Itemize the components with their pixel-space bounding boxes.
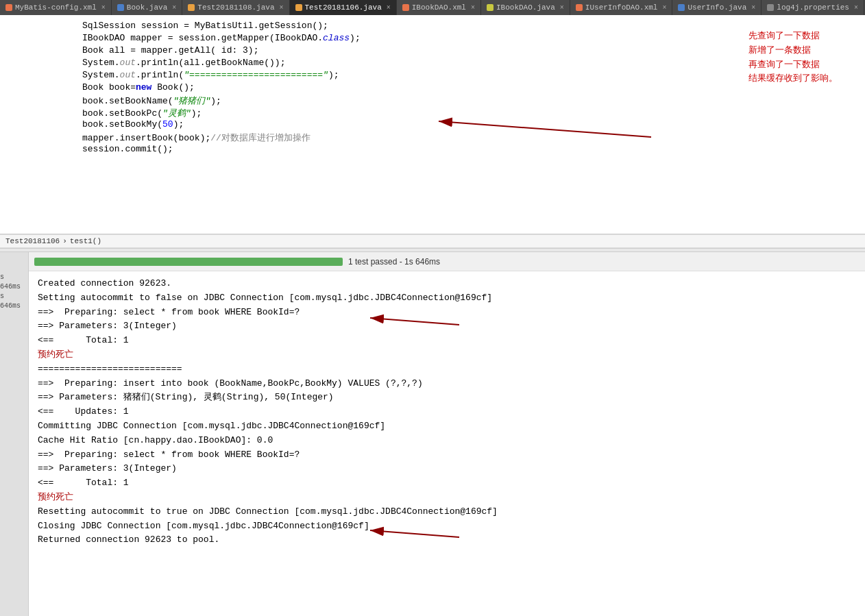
- console-line-11: Committing JDBC Connection [com.mysql.jd…: [38, 419, 860, 434]
- tab-iuserinfodao-xml[interactable]: IUserInfoDAO.xml ×: [570, 0, 673, 15]
- xml-icon: [576, 4, 583, 11]
- close-icon[interactable]: ×: [172, 4, 176, 12]
- bottom-panel: s 646ms s 646ms 1 test passed - 1s 646ms: [0, 252, 865, 616]
- java-icon: [117, 4, 124, 11]
- close-icon[interactable]: ×: [854, 4, 858, 12]
- console-line-7: ===========================: [38, 362, 860, 377]
- close-icon[interactable]: ×: [471, 4, 475, 12]
- code-line-4: System.out.println(all.getBookName());: [41, 58, 865, 70]
- code-line-3: Book all = mapper.getAll( id: 3);: [41, 45, 865, 58]
- tab-label: Test20181108.java: [197, 3, 274, 12]
- console-line-15: <== Total: 1: [38, 476, 860, 491]
- console-line-13: ==> Preparing: select * from book WHERE …: [38, 448, 860, 463]
- progress-bar: [34, 258, 343, 266]
- close-icon[interactable]: ×: [387, 4, 391, 12]
- close-icon[interactable]: ×: [101, 4, 106, 12]
- prop-icon: [767, 4, 774, 11]
- tab-label: IBookDAO.java: [496, 3, 555, 12]
- console-line-12: Cache Hit Ratio [cn.happy.dao.IBookDAO]:…: [38, 434, 860, 448]
- tab-label: log4j.properties: [777, 3, 849, 12]
- timing-label: s 646ms s 646ms: [0, 273, 26, 311]
- tab-userinfo-java[interactable]: UserInfo.java ×: [672, 0, 762, 15]
- code-editor: 先查询了一下数据 新增了一条数据 再查询了一下数据 结果缓存收到了影响。 Sql…: [0, 15, 865, 234]
- close-icon[interactable]: ×: [280, 4, 284, 12]
- progress-bar-fill: [34, 258, 343, 266]
- code-line-2: IBookDAO mapper = session.getMapper(IBoo…: [41, 33, 865, 45]
- annotation-line4: 结果缓存收到了影响。: [748, 71, 838, 86]
- java-icon: [678, 4, 685, 11]
- code-line-7: book.setBookName("猪猪们");: [41, 95, 865, 107]
- tab-label: IUserInfoDAO.xml: [585, 3, 658, 12]
- console-line-2: Setting autocommit to false on JDBC Conn…: [38, 291, 860, 306]
- console-line-3: ==> Preparing: select * from book WHERE …: [38, 306, 860, 320]
- java-icon: [487, 4, 494, 11]
- code-line-1: SqlSession session = MyBatisUtil.getSess…: [41, 21, 865, 33]
- code-line-9: book.setBookMy(50);: [41, 119, 865, 132]
- console-line-14: ==> Parameters: 3(Integer): [38, 462, 860, 476]
- code-line-8: book.setBookPc("灵鹤");: [41, 107, 865, 119]
- close-icon[interactable]: ×: [560, 4, 564, 12]
- tab-label: IBookDAO.xml: [412, 3, 466, 12]
- close-icon[interactable]: ×: [751, 4, 755, 12]
- console-line-16: 预约死亡: [38, 491, 860, 505]
- tab-mybatis-config[interactable]: MyBatis-config.xml ×: [0, 0, 112, 15]
- xml-icon: [402, 4, 409, 11]
- test-result: 1 test passed - 1s 646ms: [348, 257, 440, 267]
- tab-ibookdao-xml[interactable]: IBookDAO.xml ×: [397, 0, 481, 15]
- xml-icon: [5, 4, 12, 11]
- breadcrumb: Test20181106 › test1(): [0, 234, 865, 248]
- close-icon[interactable]: ×: [662, 4, 666, 12]
- tab-label: UserInfo.java: [687, 3, 746, 12]
- main-container: MyBatis-config.xml × Book.java × Test201…: [0, 0, 865, 616]
- tab-label: MyBatis-config.xml: [15, 3, 97, 12]
- code-annotation: 先查询了一下数据 新增了一条数据 再查询了一下数据 结果缓存收到了影响。: [748, 29, 838, 86]
- tab-log4j-props[interactable]: log4j.properties ×: [762, 0, 864, 15]
- java-icon: [188, 4, 195, 11]
- console-line-6: 预约死亡: [38, 348, 860, 362]
- console-output[interactable]: Created connection 92623. Setting autoco…: [0, 271, 865, 616]
- console-line-10: <== Updates: 1: [38, 405, 860, 419]
- tab-label: Book.java: [127, 3, 167, 12]
- code-line-10: mapper.insertBook(book);//对数据库进行增加操作: [41, 132, 865, 144]
- console-line-19: Returned connection 92623 to pool.: [38, 533, 860, 547]
- annotation-line1: 先查询了一下数据: [748, 29, 838, 43]
- annotation-line2: 新增了一条数据: [748, 43, 838, 58]
- console-line-17: Resetting autocommit to true on JDBC Con…: [38, 505, 860, 519]
- tab-label: Test20181106.java: [305, 3, 382, 12]
- console-line-1: Created connection 92623.: [38, 277, 860, 291]
- annotation-line3: 再查询了一下数据: [748, 58, 838, 72]
- breadcrumb-class: Test20181106: [5, 237, 60, 245]
- breadcrumb-method: test1(): [70, 237, 101, 245]
- console-line-18: Closing JDBC Connection [com.mysql.jdbc.…: [38, 519, 860, 534]
- java-icon: [295, 4, 302, 11]
- console-line-9: ==> Parameters: 猪猪们(String), 灵鹤(String),…: [38, 391, 860, 405]
- tab-test20181108[interactable]: Test20181108.java ×: [182, 0, 289, 15]
- tab-bar: MyBatis-config.xml × Book.java × Test201…: [0, 0, 865, 15]
- code-line-5: System.out.println("====================…: [41, 70, 865, 82]
- console-line-8: ==> Preparing: insert into book (BookNam…: [38, 377, 860, 391]
- code-line-6: Book book=new Book();: [41, 82, 865, 95]
- code-line-11: session.commit();: [41, 144, 865, 156]
- console-line-5: <== Total: 1: [38, 334, 860, 348]
- tab-test20181106[interactable]: Test20181106.java ×: [290, 0, 397, 15]
- console-line-4: ==> Parameters: 3(Integer): [38, 319, 860, 334]
- tab-book-java[interactable]: Book.java ×: [112, 0, 182, 15]
- tab-ibookdao-java[interactable]: IBookDAO.java ×: [481, 0, 570, 15]
- test-bar: 1 test passed - 1s 646ms: [0, 252, 865, 271]
